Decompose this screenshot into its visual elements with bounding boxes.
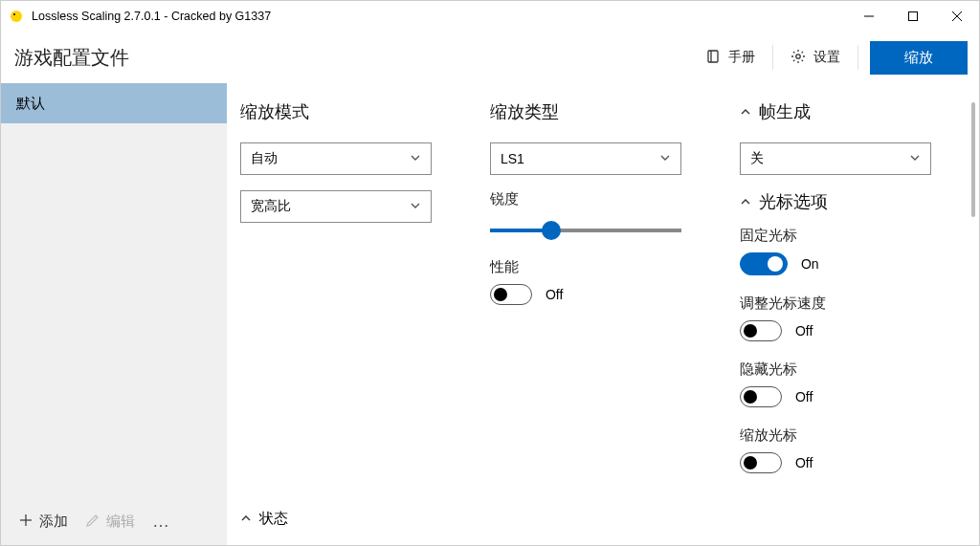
fixed-cursor-value: On xyxy=(801,256,819,272)
page-title: 游戏配置文件 xyxy=(14,45,129,71)
profile-label: 默认 xyxy=(16,95,45,113)
chevron-up-icon xyxy=(240,511,252,527)
maximize-button[interactable] xyxy=(891,1,935,32)
main-panel: 缩放模式 自动 宽高比 缩放类型 LS1 锐度 性能 xyxy=(227,83,979,545)
svg-rect-3 xyxy=(909,12,918,21)
sharpness-label: 锐度 xyxy=(490,190,702,208)
dropdown-value: 关 xyxy=(750,150,764,167)
performance-toggle[interactable] xyxy=(490,284,532,305)
scaling-type-title: 缩放类型 xyxy=(490,100,702,123)
plus-icon xyxy=(18,513,33,531)
sidebar-footer: 添加 编辑 … xyxy=(1,497,227,545)
close-button[interactable] xyxy=(935,1,979,32)
content-area: 默认 添加 编辑 … 缩放模式 自动 宽高比 xyxy=(1,83,979,545)
edit-label: 编辑 xyxy=(106,513,135,531)
scale-label: 缩放 xyxy=(904,49,933,65)
adjust-cursor-speed-toggle[interactable] xyxy=(740,320,782,341)
svg-point-8 xyxy=(796,54,800,57)
fixed-cursor-toggle[interactable] xyxy=(740,252,788,275)
hide-cursor-value: Off xyxy=(795,389,813,404)
scale-button[interactable]: 缩放 xyxy=(870,41,968,75)
book-icon xyxy=(705,49,721,67)
status-label: 状态 xyxy=(259,510,288,528)
col-right: 帧生成 关 光标选项 固定光标 On 调整光标速度 Off 隐藏光标 xyxy=(740,100,962,535)
profile-item-default[interactable]: 默认 xyxy=(1,83,227,123)
scaling-mode-dropdown[interactable]: 自动 xyxy=(240,142,432,175)
settings-button[interactable]: 设置 xyxy=(777,43,854,73)
svg-rect-6 xyxy=(708,51,718,62)
window-title: Lossless Scaling 2.7.0.1 - Cracked by G1… xyxy=(32,10,271,23)
pencil-icon xyxy=(85,513,100,531)
adjust-cursor-speed-value: Off xyxy=(795,323,813,339)
chevron-down-icon xyxy=(410,151,421,166)
toolbar-separator xyxy=(858,45,858,70)
gear-icon xyxy=(791,49,806,67)
framegen-dropdown[interactable]: 关 xyxy=(740,142,931,175)
toolbar: 游戏配置文件 手册 设置 缩放 xyxy=(1,32,979,83)
titlebar: Lossless Scaling 2.7.0.1 - Cracked by G1… xyxy=(1,1,979,32)
framegen-header[interactable]: 帧生成 xyxy=(740,100,962,123)
more-button[interactable]: … xyxy=(146,512,177,532)
dropdown-value: 自动 xyxy=(251,150,278,167)
add-profile-button[interactable]: 添加 xyxy=(12,509,74,535)
minimize-button[interactable] xyxy=(847,1,891,32)
scrollbar[interactable] xyxy=(971,102,975,217)
framegen-title: 帧生成 xyxy=(759,100,811,123)
chevron-up-icon xyxy=(740,192,751,212)
manual-label: 手册 xyxy=(728,49,755,66)
sidebar: 默认 添加 编辑 … xyxy=(1,83,227,545)
dropdown-value: 宽高比 xyxy=(251,198,291,215)
chevron-down-icon xyxy=(410,199,421,214)
performance-value: Off xyxy=(546,287,563,302)
chevron-down-icon xyxy=(659,151,671,166)
hide-cursor-toggle[interactable] xyxy=(740,386,782,407)
scale-cursor-label: 缩放光标 xyxy=(740,426,962,445)
fixed-cursor-label: 固定光标 xyxy=(740,227,962,245)
scaling-mode-title: 缩放模式 xyxy=(240,100,452,123)
cursor-options-header[interactable]: 光标选项 xyxy=(740,190,962,213)
aspect-ratio-dropdown[interactable]: 宽高比 xyxy=(240,190,432,223)
col-scaling-mode: 缩放模式 自动 宽高比 xyxy=(240,100,452,535)
hide-cursor-label: 隐藏光标 xyxy=(740,360,962,379)
chevron-down-icon xyxy=(909,151,921,166)
performance-label: 性能 xyxy=(490,258,702,276)
chevron-up-icon xyxy=(740,102,751,122)
scaling-type-dropdown[interactable]: LS1 xyxy=(490,142,681,175)
app-icon xyxy=(9,9,24,24)
manual-button[interactable]: 手册 xyxy=(692,43,768,73)
adjust-cursor-speed-label: 调整光标速度 xyxy=(740,295,962,313)
sharpness-slider[interactable] xyxy=(490,216,681,245)
settings-label: 设置 xyxy=(813,49,840,66)
toolbar-separator xyxy=(772,45,773,70)
dropdown-value: LS1 xyxy=(501,151,524,166)
status-header[interactable]: 状态 xyxy=(240,510,288,528)
add-label: 添加 xyxy=(39,513,68,531)
edit-profile-button[interactable]: 编辑 xyxy=(79,509,141,535)
col-scaling-type: 缩放类型 LS1 锐度 性能 Off xyxy=(490,100,702,535)
svg-point-1 xyxy=(13,13,15,15)
scale-cursor-value: Off xyxy=(795,455,813,470)
cursor-title: 光标选项 xyxy=(759,190,828,213)
svg-point-0 xyxy=(11,11,22,22)
scale-cursor-toggle[interactable] xyxy=(740,452,782,473)
